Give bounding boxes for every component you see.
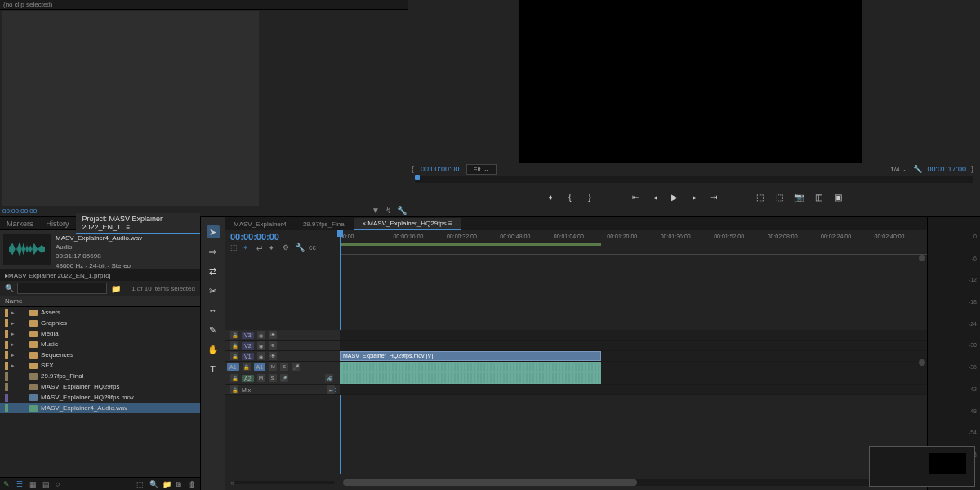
disclosure-icon[interactable]: ▸ bbox=[11, 310, 18, 316]
voice-button[interactable]: 🎤 bbox=[292, 363, 300, 371]
timeline-zoom[interactable]: ○ bbox=[225, 479, 340, 487]
ripple-edit-tool[interactable]: ⇄ bbox=[207, 265, 220, 278]
track-head-a2[interactable]: 🔒 A2 M S 🎤 🔗 bbox=[225, 372, 340, 384]
track-content[interactable] bbox=[340, 362, 927, 372]
track-content[interactable] bbox=[340, 341, 927, 350]
expand-icon[interactable]: ⇤ bbox=[327, 385, 335, 394]
disclosure-icon[interactable]: ▸ bbox=[11, 352, 18, 359]
tab-project[interactable]: Project: MASV Explainer 2022_EN_1 ≡ bbox=[76, 213, 200, 234]
mark-in-button[interactable]: { bbox=[565, 192, 575, 202]
track-label[interactable]: V1 bbox=[242, 353, 254, 360]
mark-out-button[interactable]: } bbox=[585, 192, 595, 202]
track-content[interactable]: MASV_Explainer_HQ29fps.mov [V] bbox=[340, 351, 927, 361]
settings-icon[interactable]: ↯ bbox=[384, 205, 394, 215]
mute-button[interactable]: M bbox=[269, 363, 277, 371]
source-patch-a1[interactable]: A1 bbox=[227, 363, 239, 371]
disclosure-icon[interactable]: ▸ bbox=[11, 331, 18, 337]
sequence-tab[interactable]: MASV_Explainer4 bbox=[225, 219, 295, 229]
track-label[interactable]: A1 bbox=[254, 363, 266, 371]
project-item[interactable]: ▸SFX bbox=[0, 360, 200, 371]
disclosure-icon[interactable]: ▸ bbox=[11, 320, 18, 327]
playhead-marker[interactable] bbox=[415, 175, 420, 180]
find-button[interactable]: 🔍 bbox=[149, 480, 158, 488]
nest-icon[interactable]: ⬚ bbox=[230, 243, 238, 252]
solo-button[interactable]: S bbox=[280, 363, 288, 371]
search-input[interactable] bbox=[17, 283, 107, 294]
target-button[interactable]: ◉ bbox=[257, 331, 265, 339]
program-view[interactable] bbox=[519, 0, 862, 163]
new-item-button[interactable]: 🗎 bbox=[176, 480, 184, 488]
project-item[interactable]: ▸Media bbox=[0, 328, 200, 339]
lift-button[interactable]: ⬚ bbox=[755, 192, 764, 202]
work-area-bar[interactable] bbox=[340, 243, 601, 246]
close-icon[interactable]: ≡ bbox=[127, 224, 131, 231]
audio-clip[interactable] bbox=[340, 362, 601, 372]
icon-view-button[interactable]: ▦ bbox=[29, 480, 38, 488]
new-bin-from-search-button[interactable]: 📁 bbox=[110, 283, 122, 293]
hscroll-thumb[interactable] bbox=[343, 479, 637, 486]
project-item-list[interactable]: ▸Assets▸Graphics▸Media▸Music▸Sequences▸S… bbox=[0, 307, 200, 474]
target-button[interactable]: ◉ bbox=[257, 352, 265, 360]
type-tool[interactable]: T bbox=[207, 363, 220, 376]
list-view-button[interactable]: ☰ bbox=[16, 480, 24, 488]
disclosure-icon[interactable]: ▸ bbox=[11, 341, 18, 348]
wrench-icon[interactable]: 🔧 bbox=[397, 205, 407, 215]
lock-button[interactable]: 🔒 bbox=[230, 352, 238, 360]
program-timecode-right[interactable]: 00:01:17:00 bbox=[927, 165, 966, 173]
timeline-ruler[interactable]: 00:0000:00:16:0000:00:32:0000:00:48:0000… bbox=[340, 230, 927, 255]
hand-tool[interactable]: ✋ bbox=[207, 343, 220, 356]
track-head-mix[interactable]: 🔒 Mix 0.0 ⇤ bbox=[225, 385, 340, 394]
source-view[interactable] bbox=[2, 11, 259, 206]
mute-button[interactable]: M bbox=[257, 374, 265, 382]
timeline-timecode[interactable]: 00:00:00:00 bbox=[230, 232, 335, 242]
marker-icon[interactable]: ♦ bbox=[270, 243, 278, 252]
step-forward-button[interactable]: ▸ bbox=[689, 192, 699, 202]
wrench-icon[interactable]: 🔧 bbox=[913, 165, 922, 173]
timeline-vscroll[interactable] bbox=[919, 255, 925, 474]
track-label[interactable]: V2 bbox=[242, 342, 254, 350]
source-timecode[interactable]: 00:00:00:00 bbox=[2, 207, 37, 215]
write-toggle[interactable]: ✎ bbox=[3, 480, 11, 488]
pip-overlay[interactable] bbox=[869, 446, 975, 487]
link-icon[interactable]: 🔗 bbox=[325, 374, 333, 382]
pen-tool[interactable]: ✎ bbox=[207, 323, 220, 336]
track-label[interactable]: V3 bbox=[242, 332, 254, 339]
delete-button[interactable]: 🗑 bbox=[189, 480, 197, 488]
snap-icon[interactable]: ⌖ bbox=[243, 243, 252, 252]
column-header-name[interactable]: Name bbox=[0, 296, 200, 307]
play-button[interactable]: ▶ bbox=[670, 192, 679, 202]
wrench-icon[interactable]: 🔧 bbox=[296, 243, 304, 252]
export-frame-button[interactable]: 📷 bbox=[794, 192, 804, 202]
cc-icon[interactable]: cc bbox=[309, 243, 317, 252]
tab-markers[interactable]: Markers bbox=[0, 218, 40, 229]
sequence-tab[interactable]: 29.97fps_Final bbox=[295, 219, 354, 229]
lock-button[interactable]: 🔒 bbox=[230, 374, 238, 382]
extract-button[interactable]: ⬚ bbox=[774, 192, 784, 202]
eye-button[interactable]: 👁 bbox=[269, 331, 277, 339]
project-item[interactable]: 29.97fps_Final bbox=[0, 371, 200, 381]
track-head-v2[interactable]: 🔒 V2 ◉ 👁 bbox=[225, 341, 340, 350]
freeform-view-button[interactable]: ▤ bbox=[42, 480, 51, 488]
track-content[interactable] bbox=[340, 385, 927, 394]
go-to-in-button[interactable]: ⇤ bbox=[630, 192, 640, 202]
zoom-slider[interactable]: ○ bbox=[56, 480, 64, 488]
tab-history[interactable]: History bbox=[40, 218, 76, 229]
track-label[interactable]: A2 bbox=[242, 375, 254, 382]
sequence-tab-active[interactable]: × MASV_Explainer_HQ29fps ≡ bbox=[354, 218, 460, 230]
track-content[interactable] bbox=[340, 372, 927, 384]
program-scrubber[interactable] bbox=[415, 176, 973, 183]
link-icon[interactable]: ⇄ bbox=[256, 243, 265, 252]
add-marker-button[interactable]: ♦ bbox=[546, 192, 555, 202]
step-back-button[interactable]: ◂ bbox=[650, 192, 660, 202]
track-head-v3[interactable]: 🔒 V3 ◉ 👁 bbox=[225, 330, 340, 340]
safe-margins-button[interactable]: ▣ bbox=[833, 192, 843, 202]
selection-tool[interactable]: ➤ bbox=[207, 225, 220, 238]
track-head-v1[interactable]: 🔒 V1 ◉ 👁 bbox=[225, 351, 340, 361]
compare-button[interactable]: ◫ bbox=[813, 192, 823, 202]
lock-button[interactable]: 🔒 bbox=[230, 331, 238, 339]
solo-button[interactable]: S bbox=[269, 374, 277, 382]
program-timecode-left[interactable]: 00:00:00:00 bbox=[421, 165, 460, 173]
auto-sequence-button[interactable]: ⬚ bbox=[136, 480, 145, 488]
filter-icon[interactable]: ▼ bbox=[371, 205, 381, 215]
go-to-out-button[interactable]: ⇥ bbox=[709, 192, 719, 202]
